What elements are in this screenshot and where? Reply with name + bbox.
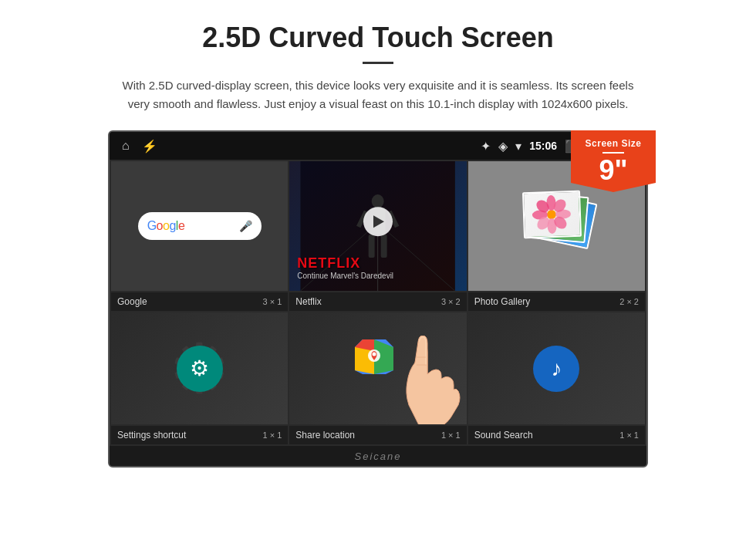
netflix-grid-size: 3 × 2 xyxy=(441,297,461,306)
photo-app-name: Photo Gallery xyxy=(474,296,531,307)
photo-card-front xyxy=(522,191,582,239)
usb-icon: ⚡ xyxy=(142,139,157,154)
bluetooth-icon: ✦ xyxy=(481,139,491,154)
home-icon[interactable]: ⌂ xyxy=(122,139,130,153)
status-bar: ⌂ ⚡ ✦ ◈ ▾ 15:06 ⬛ ◁ ✕ ▭ xyxy=(110,132,646,160)
sound-icon-circle: ♪ xyxy=(533,346,579,392)
google-logo: Google xyxy=(147,219,185,233)
settings-cell-content: ⚙ ⚙ xyxy=(111,312,288,424)
photo-label-row: Photo Gallery 2 × 2 xyxy=(468,292,645,311)
netflix-label-row: Netflix 3 × 2 xyxy=(289,292,466,311)
svg-rect-10 xyxy=(381,235,387,258)
badge-divider xyxy=(602,152,624,154)
svg-point-25 xyxy=(372,353,376,356)
settings-label-row: Settings shortcut 1 × 1 xyxy=(111,426,288,444)
title-divider xyxy=(363,62,393,64)
play-triangle-icon xyxy=(373,215,384,228)
page-title: 2.5D Curved Touch Screen xyxy=(46,22,710,54)
netflix-play-button[interactable] xyxy=(363,207,393,236)
screen-size-badge: Screen Size 9" xyxy=(571,130,656,192)
mic-icon[interactable]: 🎤 xyxy=(239,220,252,232)
watermark: Seicane xyxy=(355,451,402,462)
svg-rect-9 xyxy=(369,235,375,258)
sound-label-row: Sound Search 1 × 1 xyxy=(468,426,645,444)
netflix-logo: NETFLIX xyxy=(297,255,393,272)
svg-point-5 xyxy=(372,194,384,208)
google-grid-size: 3 × 1 xyxy=(263,297,282,306)
maps-icon-wrapper xyxy=(355,336,393,377)
google-label-row: Google 3 × 1 xyxy=(111,292,288,311)
time-display: 15:06 xyxy=(529,140,557,152)
netflix-text-overlay: NETFLIX Continue Marvel's Daredevil xyxy=(297,255,393,280)
google-cell-content: Google 🎤 xyxy=(111,161,288,291)
share-app-name: Share location xyxy=(295,430,355,441)
share-location-app-cell[interactable] xyxy=(289,312,466,424)
google-search-bar[interactable]: Google 🎤 xyxy=(138,212,262,240)
svg-point-11 xyxy=(547,210,556,219)
hand-icon xyxy=(393,336,463,424)
sound-cell-content: ♪ xyxy=(468,312,645,424)
netflix-app-name: Netflix xyxy=(295,296,321,307)
netflix-app-cell[interactable]: NETFLIX Continue Marvel's Daredevil xyxy=(289,161,466,291)
location-icon: ◈ xyxy=(498,139,508,154)
netflix-cell-content: NETFLIX Continue Marvel's Daredevil xyxy=(289,161,466,291)
device-container: Screen Size 9" ⌂ ⚡ ✦ ◈ ▾ 15:06 ⬛ ◁ ✕ xyxy=(108,130,648,468)
share-label-row: Share location 1 × 1 xyxy=(289,426,466,444)
app-grid: Google 🎤 xyxy=(110,160,646,446)
settings-gear-icon: ⚙ xyxy=(190,356,209,381)
page-description: With 2.5D curved-display screen, this de… xyxy=(116,76,640,113)
sound-grid-size: 1 × 1 xyxy=(619,430,639,440)
sound-app-name: Sound Search xyxy=(474,430,533,441)
settings-app-name: Settings shortcut xyxy=(117,430,186,441)
android-screen: ⌂ ⚡ ✦ ◈ ▾ 15:06 ⬛ ◁ ✕ ▭ xyxy=(108,130,648,468)
google-app-name: Google xyxy=(117,296,147,307)
photo-grid-size: 2 × 2 xyxy=(619,297,639,306)
netflix-continue-text: Continue Marvel's Daredevil xyxy=(297,272,393,280)
settings-grid-size: 1 × 1 xyxy=(263,430,282,440)
badge-size: 9" xyxy=(580,157,646,184)
status-bar-left: ⌂ ⚡ xyxy=(122,139,157,154)
sound-search-app-cell[interactable]: ♪ xyxy=(468,312,645,424)
share-grid-size: 1 × 1 xyxy=(441,430,461,440)
photo-stack xyxy=(521,191,591,261)
share-cell-content xyxy=(289,312,466,424)
settings-app-cell[interactable]: ⚙ ⚙ xyxy=(111,312,288,424)
badge-label: Screen Size xyxy=(580,138,646,149)
music-note-icon: ♪ xyxy=(551,356,562,381)
wifi-icon: ▾ xyxy=(515,139,521,154)
settings-icon-circle: ⚙ xyxy=(177,346,223,392)
google-app-cell[interactable]: Google 🎤 xyxy=(111,161,288,291)
